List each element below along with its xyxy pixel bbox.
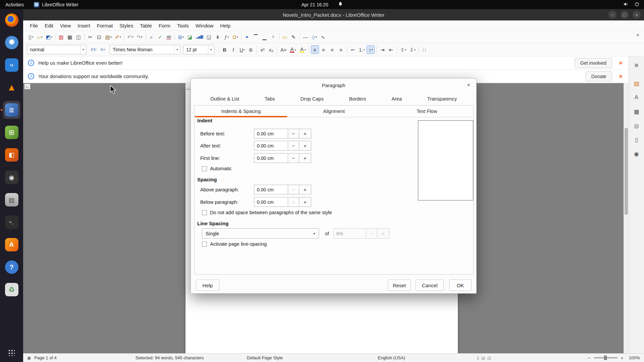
menu-view[interactable]: View: [57, 20, 74, 31]
line-spacing-icon[interactable]: ↕▾: [367, 45, 375, 54]
zoom-slider[interactable]: [594, 357, 618, 358]
print-icon[interactable]: ▦: [66, 33, 74, 41]
align-center-icon[interactable]: ≡: [320, 45, 328, 54]
automatic-checkbox[interactable]: [202, 166, 207, 171]
close-infobar-icon[interactable]: ×: [619, 73, 623, 80]
strikethrough-icon[interactable]: S: [247, 45, 255, 54]
chevron-down-icon[interactable]: ▾: [174, 45, 180, 54]
new-document-icon[interactable]: ▯▾: [27, 33, 35, 41]
font-color-icon[interactable]: A▾: [288, 45, 298, 54]
open-icon[interactable]: ▱▾: [36, 33, 44, 41]
gallery-icon[interactable]: ▦: [629, 106, 644, 117]
menu-window[interactable]: Window: [192, 20, 217, 31]
insert-image-icon[interactable]: ◪: [186, 33, 194, 41]
get-involved-button[interactable]: Get involved: [575, 58, 612, 68]
trash-icon[interactable]: ♻: [3, 281, 20, 299]
files-icon[interactable]: ▤: [3, 191, 20, 209]
italic-icon[interactable]: I: [229, 45, 237, 54]
save-icon[interactable]: ◩▾: [45, 33, 54, 41]
highlight-color-icon[interactable]: A▾: [298, 45, 307, 54]
donate-button[interactable]: Donate: [586, 71, 612, 81]
horizontal-line-icon[interactable]: —: [302, 33, 310, 41]
tab-drop-caps[interactable]: Drop Caps: [301, 96, 324, 102]
show-applications-icon[interactable]: [8, 350, 15, 356]
clock-button[interactable]: Apr 21 16:20: [301, 2, 328, 7]
zoom-out-button[interactable]: −: [588, 355, 590, 361]
close-infobar-icon[interactable]: ×: [619, 59, 623, 67]
terminal-icon[interactable]: >_: [3, 213, 20, 231]
menu-insert[interactable]: Insert: [74, 20, 94, 31]
software-icon[interactable]: A: [3, 236, 20, 254]
calc-icon[interactable]: ⊞: [3, 123, 20, 141]
tab-indents-spacing[interactable]: Indents & Spacing: [195, 106, 287, 117]
page-icon[interactable]: ▯: [629, 134, 644, 145]
after-text-input[interactable]: 0.00 cm: [254, 141, 288, 150]
undo-icon[interactable]: ↶▾: [126, 33, 135, 41]
decrease-indent-icon[interactable]: ⇤: [387, 45, 395, 54]
menu-help[interactable]: Help: [217, 20, 234, 31]
track-changes-icon[interactable]: ✎: [290, 33, 298, 41]
numbered-list-icon[interactable]: 1.▾: [358, 45, 366, 54]
active-app-menu[interactable]: LibreOffice Writer: [29, 0, 83, 9]
insert-field-icon[interactable]: ƒ▾: [222, 33, 230, 41]
document-save-status-icon[interactable]: ▣: [27, 356, 31, 360]
style-inspector-icon[interactable]: ◉: [629, 148, 644, 160]
properties-icon[interactable]: ▤: [629, 78, 644, 89]
insert-table-icon[interactable]: ⊞▾: [177, 33, 185, 41]
menu-edit[interactable]: Edit: [41, 20, 57, 31]
bold-icon[interactable]: B: [221, 45, 229, 54]
reset-button[interactable]: Reset: [388, 280, 411, 291]
menu-format[interactable]: Format: [94, 20, 116, 31]
clear-formatting-icon[interactable]: A×: [279, 45, 288, 54]
menu-form[interactable]: Form: [155, 20, 174, 31]
insert-header-icon[interactable]: ▔: [252, 33, 260, 41]
insert-comment-icon[interactable]: ▭: [281, 33, 289, 41]
new-style-icon[interactable]: A+: [99, 45, 107, 54]
increase-paragraph-spacing-icon[interactable]: ⇧▾: [399, 45, 408, 54]
help-button[interactable]: Help: [196, 280, 219, 291]
find-replace-icon[interactable]: ⌕: [148, 33, 156, 41]
close-document-icon[interactable]: ×: [636, 32, 639, 38]
print-preview-icon[interactable]: ◫: [75, 33, 83, 41]
line-spacing-select[interactable]: Single ▾: [202, 228, 319, 239]
vertical-scrollbar[interactable]: [624, 83, 629, 353]
writer-icon[interactable]: ≣: [3, 101, 20, 119]
font-name-combobox[interactable]: Times New Roman ▾: [110, 45, 180, 54]
align-right-icon[interactable]: ≡: [328, 45, 336, 54]
page-count-status[interactable]: Page 1 of 4: [34, 355, 57, 360]
dialog-close-button[interactable]: ×: [465, 81, 472, 89]
paste-icon[interactable]: ▧▾: [104, 33, 113, 41]
menu-file[interactable]: File: [26, 20, 41, 31]
page-style-status[interactable]: Default Page Style: [247, 355, 283, 360]
tab-text-flow[interactable]: Text Flow: [380, 106, 473, 117]
toolbar-more-icon[interactable]: ∷: [421, 45, 429, 54]
menu-styles[interactable]: Styles: [116, 20, 137, 31]
sidebar-settings-icon[interactable]: ≡: [629, 60, 644, 71]
tab-borders[interactable]: Borders: [349, 96, 366, 102]
vscode-icon[interactable]: ‹›: [3, 56, 20, 74]
impress-icon[interactable]: ◧: [3, 146, 20, 164]
ok-button[interactable]: OK: [449, 280, 472, 291]
page-line-spacing-checkbox[interactable]: [202, 242, 207, 247]
first-line-increase-button[interactable]: +: [299, 153, 311, 163]
basic-shapes-icon[interactable]: ◇▾: [310, 33, 319, 41]
cancel-button[interactable]: Cancel: [416, 280, 444, 291]
activities-button[interactable]: Activities: [0, 0, 29, 9]
above-paragraph-input[interactable]: 0.00 cm: [254, 185, 288, 194]
freeform-line-icon[interactable]: ∿: [319, 33, 327, 41]
first-line-input[interactable]: 0.00 cm: [254, 153, 288, 163]
styles-icon[interactable]: A: [629, 92, 644, 103]
insert-chart-icon[interactable]: ▂▅▇: [195, 33, 204, 41]
chromium-icon[interactable]: [3, 34, 20, 52]
vlc-icon[interactable]: ▲: [3, 78, 20, 97]
bullet-list-icon[interactable]: •▾: [349, 45, 357, 54]
help-app-icon[interactable]: ?: [3, 258, 20, 276]
cut-icon[interactable]: ✂: [87, 33, 95, 41]
special-character-icon[interactable]: Ω▾: [231, 33, 239, 41]
redo-icon[interactable]: ↷▾: [135, 33, 144, 41]
insert-footnote-icon[interactable]: ¹: [269, 33, 277, 41]
tab-alignment[interactable]: Alignment: [287, 106, 380, 117]
underline-icon[interactable]: U▾: [238, 45, 246, 54]
no-space-same-style-checkbox[interactable]: [202, 210, 207, 215]
subscript-icon[interactable]: x₂: [267, 45, 275, 54]
